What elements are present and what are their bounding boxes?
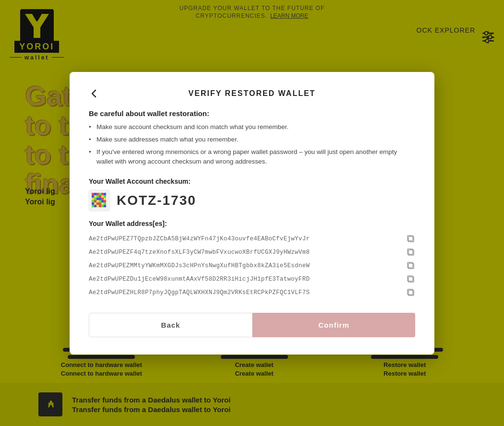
svg-rect-51 bbox=[99, 205, 101, 207]
svg-rect-32 bbox=[96, 198, 99, 200]
back-button[interactable]: Back bbox=[89, 313, 252, 337]
address-text-5: Ae2tdPwUPEZHLR8P7phyJQgpTAQLWXHXNJ9Qm2VR… bbox=[89, 289, 310, 296]
svg-rect-21 bbox=[92, 195, 94, 198]
address-text-3: Ae2tdPwUPEZMMtyYWKmMXGDJs3cHPnYsNwgXufHB… bbox=[89, 262, 310, 269]
warning-list: Make sure account checksum and icon matc… bbox=[89, 122, 415, 167]
address-row-1: Ae2tdPwUPEZ7TQpzbJZCbA5BjW4zWYFn47jKo43o… bbox=[89, 232, 415, 246]
svg-rect-18 bbox=[92, 193, 94, 195]
checksum-section: Your Wallet Account checksum: bbox=[89, 178, 415, 211]
svg-rect-53 bbox=[104, 205, 106, 207]
address-row-4: Ae2tdPwUPEZDu1jEceW98xunmtAAxVf58D2RR3iH… bbox=[89, 272, 415, 286]
modal-header: VERIFY RESTORED WALLET bbox=[89, 89, 415, 98]
address-text-4: Ae2tdPwUPEZDu1jEceW98xunmtAAxVf58D2RR3iH… bbox=[89, 276, 310, 283]
copy-icon-1[interactable] bbox=[407, 235, 415, 243]
svg-rect-22 bbox=[94, 195, 96, 198]
address-text-1: Ae2tdPwUPEZ7TQpzbJZCbA5BjW4zWYFn47jKo43o… bbox=[89, 236, 310, 242]
svg-rect-30 bbox=[92, 198, 94, 200]
svg-rect-40 bbox=[101, 200, 104, 202]
copy-icon-2[interactable] bbox=[407, 248, 415, 257]
modal: VERIFY RESTORED WALLET Be careful about … bbox=[70, 72, 434, 355]
confirm-button[interactable]: Confirm bbox=[252, 313, 415, 337]
warning-item-3: If you've entered wrong mnemonics or a w… bbox=[89, 147, 415, 167]
address-row-5: Ae2tdPwUPEZHLR8P7phyJQgpTAQLWXHXNJ9Qm2VR… bbox=[89, 286, 415, 299]
svg-rect-46 bbox=[101, 202, 104, 205]
svg-rect-48 bbox=[92, 205, 94, 207]
addresses-section: Your Wallet address[es]: Ae2tdPwUPEZ7TQp… bbox=[89, 220, 415, 299]
svg-rect-43 bbox=[94, 202, 96, 205]
warning-section: Be careful about wallet restoration: Mak… bbox=[89, 109, 415, 167]
svg-rect-38 bbox=[96, 200, 99, 202]
svg-rect-31 bbox=[94, 198, 96, 200]
svg-rect-42 bbox=[92, 202, 94, 205]
svg-rect-37 bbox=[94, 200, 96, 202]
warning-item-1: Make sure account checksum and icon matc… bbox=[89, 122, 415, 132]
svg-rect-33 bbox=[99, 198, 101, 200]
svg-rect-28 bbox=[101, 195, 104, 198]
checksum-icon bbox=[89, 190, 110, 211]
modal-footer: Back Confirm bbox=[89, 313, 415, 337]
back-arrow-icon bbox=[89, 88, 99, 99]
svg-rect-45 bbox=[99, 202, 101, 205]
address-row-2: Ae2tdPwUPEZF4q7tzeXnofsXLF3yCW7mwbFVxucw… bbox=[89, 246, 415, 259]
checksum-label: Your Wallet Account checksum: bbox=[89, 178, 415, 185]
checksum-row: KOTZ-1730 bbox=[89, 190, 415, 211]
svg-rect-47 bbox=[104, 202, 106, 205]
addresses-label: Your Wallet address[es]: bbox=[89, 220, 415, 227]
svg-rect-25 bbox=[101, 193, 104, 195]
address-text-2: Ae2tdPwUPEZF4q7tzeXnofsXLF3yCW7mwbFVxucw… bbox=[89, 249, 310, 256]
svg-rect-52 bbox=[101, 205, 104, 207]
svg-rect-23 bbox=[96, 195, 99, 198]
svg-rect-39 bbox=[99, 200, 101, 202]
svg-rect-41 bbox=[104, 200, 106, 202]
checksum-value: KOTZ-1730 bbox=[117, 193, 196, 208]
svg-rect-27 bbox=[99, 195, 101, 198]
copy-icon-3[interactable] bbox=[407, 261, 415, 270]
modal-overlay: VERIFY RESTORED WALLET Be careful about … bbox=[0, 0, 504, 426]
svg-rect-34 bbox=[101, 198, 104, 200]
modal-title: VERIFY RESTORED WALLET bbox=[189, 89, 316, 98]
svg-rect-35 bbox=[104, 198, 106, 200]
copy-icon-5[interactable] bbox=[407, 288, 415, 297]
svg-rect-44 bbox=[96, 202, 99, 205]
svg-rect-36 bbox=[92, 200, 94, 202]
svg-rect-24 bbox=[99, 193, 101, 195]
svg-rect-19 bbox=[94, 193, 96, 195]
svg-rect-26 bbox=[104, 193, 106, 195]
warning-item-2: Make sure addresses match what you remem… bbox=[89, 135, 415, 144]
svg-rect-20 bbox=[96, 193, 99, 195]
svg-rect-49 bbox=[94, 205, 96, 207]
copy-icon-4[interactable] bbox=[407, 275, 415, 284]
warning-title: Be careful about wallet restoration: bbox=[89, 109, 415, 118]
svg-rect-50 bbox=[96, 205, 99, 207]
address-row-3: Ae2tdPwUPEZMMtyYWKmMXGDJs3cHPnYsNwgXufHB… bbox=[89, 259, 415, 272]
svg-rect-29 bbox=[104, 195, 106, 198]
back-icon-button[interactable] bbox=[89, 88, 99, 99]
